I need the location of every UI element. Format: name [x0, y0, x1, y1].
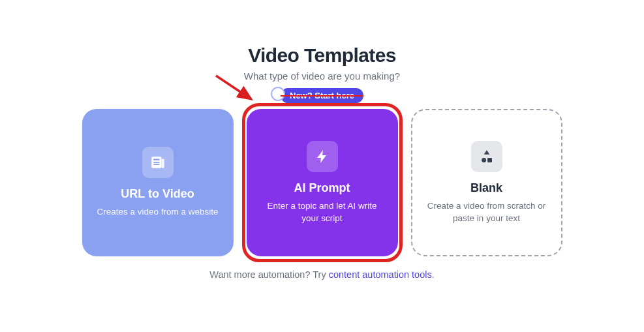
template-card-ai-prompt[interactable]: AI Prompt Enter a topic and let AI write… — [247, 109, 398, 256]
badge-pointer-circle — [271, 87, 285, 101]
template-card-blank[interactable]: Blank Create a video from scratch or pas… — [411, 109, 562, 256]
footer-prefix: Want more automation? Try — [209, 269, 328, 280]
start-here-badge-wrap: New? Start here — [281, 85, 363, 105]
svg-rect-1 — [161, 159, 164, 168]
page-title: Video Templates — [248, 44, 396, 67]
footer-text: Want more automation? Try content automa… — [209, 269, 434, 280]
card-description: Creates a video from a website — [97, 206, 218, 218]
template-picker: Video Templates What type of video are y… — [0, 0, 644, 280]
shapes-icon — [471, 141, 502, 172]
template-card-url-to-video[interactable]: URL to Video Creates a video from a webs… — [82, 109, 234, 256]
lightning-icon — [307, 141, 338, 172]
card-title: Blank — [470, 181, 502, 195]
card-description: Enter a topic and let AI write your scri… — [260, 200, 385, 224]
footer-suffix: . — [432, 269, 435, 280]
card-title: URL to Video — [121, 187, 194, 201]
template-cards-row: URL to Video Creates a video from a webs… — [82, 109, 562, 256]
svg-rect-3 — [153, 162, 159, 163]
card-title: AI Prompt — [294, 181, 350, 195]
svg-rect-4 — [153, 164, 159, 166]
card-description: Create a video from scratch or paste in … — [425, 200, 548, 224]
newspaper-icon — [142, 147, 174, 178]
page-subtitle: What type of video are you making? — [244, 70, 400, 82]
svg-rect-6 — [487, 158, 492, 162]
annotation-arrow — [213, 73, 259, 106]
content-automation-link[interactable]: content automation tools — [329, 269, 432, 280]
svg-rect-2 — [153, 159, 159, 160]
svg-line-7 — [216, 76, 251, 99]
svg-point-5 — [482, 158, 486, 162]
annotation-strike — [281, 95, 363, 97]
